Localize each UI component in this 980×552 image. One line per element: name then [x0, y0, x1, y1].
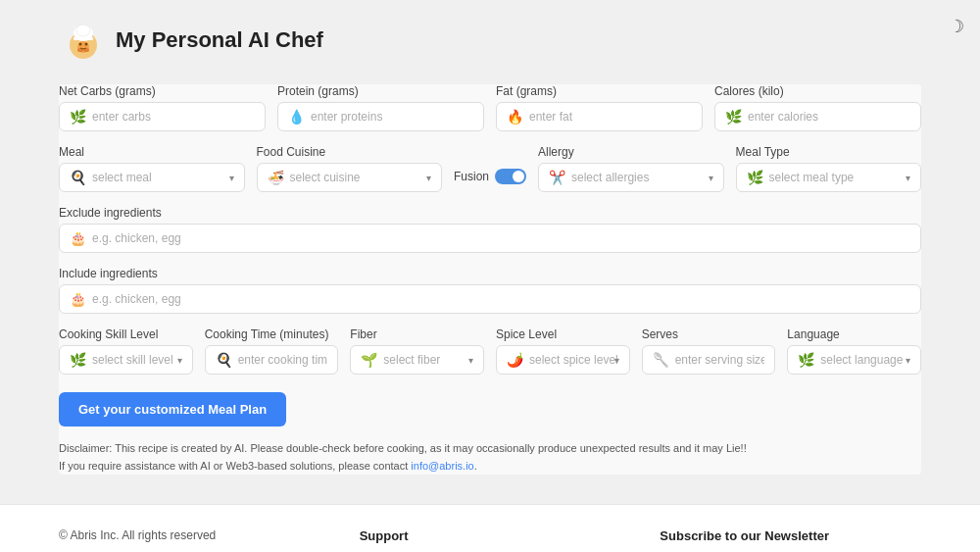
meal-select[interactable]: select meal	[92, 171, 234, 184]
disclaimer-line1: Disclaimer: This recipe is created by AI…	[59, 440, 921, 458]
cooking-time-label: Cooking Time (minutes)	[205, 327, 339, 341]
dark-mode-button[interactable]: ☽	[949, 16, 964, 37]
allergy-group: Allergy ✂️ select allergies ▾	[538, 145, 724, 192]
cooking-time-input[interactable]	[238, 353, 328, 367]
spice-select-wrapper[interactable]: 🌶️ select spice level ▾	[496, 345, 630, 375]
cooking-time-group: Cooking Time (minutes) 🍳	[205, 327, 339, 375]
serves-input[interactable]	[675, 353, 765, 367]
fusion-group: Fusion	[454, 149, 526, 192]
allergy-select-wrapper[interactable]: ✂️ select allergies ▾	[538, 163, 724, 192]
cuisine-select-wrapper[interactable]: 🍜 select cuisine ▾	[257, 163, 443, 192]
svg-point-2	[76, 25, 90, 36]
exclude-group: Exclude ingredients 🎂	[59, 206, 921, 253]
footer-brand: © Abris Inc. All rights reserved 𝕏 f ◎ ✉	[59, 528, 320, 552]
language-select-wrapper[interactable]: 🌿 select language ▾	[787, 345, 921, 375]
meal-type-group: Meal Type 🌿 select meal type ▾	[736, 145, 922, 192]
exclude-icon: 🎂	[70, 230, 86, 246]
spice-select[interactable]: select spice level	[529, 353, 619, 367]
cuisine-label: Food Cuisine	[257, 145, 443, 159]
disclaimer-link[interactable]: info@abris.io	[411, 460, 473, 472]
allergy-select[interactable]: select allergies	[571, 171, 713, 184]
main-form: Net Carbs (grams) 🌿 Protein (grams) 💧 Fa…	[59, 84, 921, 475]
serves-icon: 🥄	[653, 352, 669, 368]
language-select[interactable]: select language	[820, 353, 910, 367]
fiber-select-wrapper[interactable]: 🌱 select fiber ▾	[350, 345, 484, 375]
footer-support: Support FAQ Terms and Conditions	[360, 528, 621, 552]
fusion-toggle[interactable]	[495, 169, 526, 184]
skill-select-wrapper[interactable]: 🌿 select skill level ▾	[59, 345, 193, 375]
footer-copyright: © Abris Inc. All rights reserved	[59, 528, 320, 542]
cuisine-icon: 🍜	[268, 170, 284, 185]
cuisine-group: Food Cuisine 🍜 select cuisine ▾	[257, 145, 443, 192]
fat-icon: 🔥	[507, 109, 523, 125]
disclaimer-period: .	[474, 460, 477, 472]
calories-icon: 🌿	[725, 109, 742, 125]
meal-icon: 🍳	[70, 170, 86, 185]
meal-select-wrapper[interactable]: 🍳 select meal ▾	[59, 163, 245, 192]
fat-input[interactable]	[529, 110, 692, 124]
include-label: Include ingredients	[59, 267, 921, 280]
cuisine-select[interactable]: select cuisine	[290, 171, 432, 184]
meal-chevron-icon: ▾	[229, 173, 234, 183]
spice-icon: 🌶️	[507, 352, 523, 368]
skill-group: Cooking Skill Level 🌿 select skill level…	[59, 327, 193, 375]
chef-logo	[59, 16, 108, 65]
fiber-label: Fiber	[350, 327, 484, 341]
skill-select[interactable]: select skill level	[92, 353, 182, 367]
newsletter-title: Subscribe to our Newsletter	[660, 528, 921, 543]
calories-label: Calores (kilo)	[714, 84, 921, 98]
allergy-icon: ✂️	[549, 170, 565, 185]
calories-input[interactable]	[748, 110, 910, 124]
protein-label: Protein (grams)	[277, 84, 484, 98]
fiber-icon: 🌱	[361, 352, 377, 368]
svg-point-7	[79, 43, 82, 46]
fat-label: Fat (grams)	[496, 84, 703, 98]
svg-point-8	[85, 43, 88, 46]
net-carbs-group: Net Carbs (grams) 🌿	[59, 84, 266, 131]
language-label: Language	[787, 327, 921, 341]
language-chevron-icon: ▾	[906, 355, 910, 366]
disclaimer: Disclaimer: This recipe is created by AI…	[59, 440, 921, 475]
spice-group: Spice Level 🌶️ select spice level ▾	[496, 327, 630, 375]
net-carbs-label: Net Carbs (grams)	[59, 84, 266, 98]
serves-group: Serves 🥄	[642, 327, 776, 375]
fiber-select[interactable]: select fiber	[383, 353, 473, 367]
header: My Personal AI Chef	[59, 16, 921, 65]
allergy-label: Allergy	[538, 145, 724, 159]
cuisine-chevron-icon: ▾	[426, 173, 431, 183]
meal-type-select[interactable]: select meal type	[769, 171, 911, 184]
exclude-input[interactable]	[92, 231, 910, 245]
protein-icon: 💧	[288, 109, 305, 125]
disclaimer-line2: If you require assistance with AI or Web…	[59, 458, 921, 476]
net-carbs-icon: 🌿	[70, 109, 86, 125]
language-icon: 🌿	[798, 352, 814, 368]
protein-input[interactable]	[311, 110, 473, 124]
support-title: Support	[360, 528, 621, 543]
include-icon: 🎂	[70, 291, 86, 307]
skill-chevron-icon: ▾	[177, 355, 182, 366]
meal-type-label: Meal Type	[736, 145, 922, 159]
meal-type-chevron-icon: ▾	[906, 173, 910, 183]
fiber-group: Fiber 🌱 select fiber ▾	[350, 327, 484, 375]
app-title: My Personal AI Chef	[116, 27, 323, 53]
language-group: Language 🌿 select language ▾	[787, 327, 921, 375]
skill-icon: 🌿	[70, 352, 86, 368]
serves-label: Serves	[642, 327, 776, 341]
protein-group: Protein (grams) 💧	[277, 84, 484, 131]
include-input[interactable]	[92, 292, 910, 306]
fiber-chevron-icon: ▾	[468, 355, 473, 366]
skill-label: Cooking Skill Level	[59, 327, 193, 341]
footer: © Abris Inc. All rights reserved 𝕏 f ◎ ✉…	[0, 504, 980, 552]
calories-group: Calores (kilo) 🌿	[714, 84, 921, 131]
fusion-label: Fusion	[454, 170, 489, 183]
net-carbs-input[interactable]	[92, 110, 255, 124]
get-plan-button[interactable]: Get your customized Meal Plan	[59, 392, 286, 427]
footer-newsletter: Subscribe to our Newsletter Sign Up	[660, 528, 921, 552]
spice-chevron-icon: ▾	[614, 355, 619, 366]
meal-label: Meal	[59, 145, 245, 159]
spice-label: Spice Level	[496, 327, 630, 341]
fat-group: Fat (grams) 🔥	[496, 84, 703, 131]
meal-type-select-wrapper[interactable]: 🌿 select meal type ▾	[736, 163, 922, 192]
meal-type-icon: 🌿	[747, 170, 763, 185]
include-group: Include ingredients 🎂	[59, 267, 921, 314]
